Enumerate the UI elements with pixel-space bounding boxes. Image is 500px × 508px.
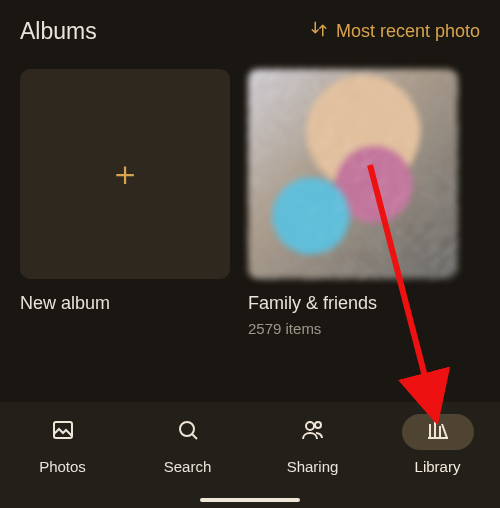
albums-grid: ＋ New album Family & friends 2579 items (0, 53, 500, 337)
nav-sharing[interactable]: Sharing (253, 414, 373, 475)
nav-label: Library (415, 458, 461, 475)
bottom-nav: Photos Search Sharing (0, 402, 500, 508)
card-title: New album (20, 293, 230, 314)
search-icon (176, 418, 200, 446)
nav-label: Search (164, 458, 212, 475)
nav-library[interactable]: Library (378, 414, 498, 475)
card-title: Family & friends (248, 293, 458, 314)
sort-button[interactable]: Most recent photo (310, 20, 480, 43)
sort-label: Most recent photo (336, 21, 480, 42)
svg-point-2 (306, 422, 314, 430)
album-card[interactable]: Family & friends 2579 items (248, 69, 458, 337)
nav-label: Sharing (287, 458, 339, 475)
people-icon (301, 418, 325, 446)
library-icon (426, 418, 450, 446)
home-indicator (200, 498, 300, 502)
page-title: Albums (20, 18, 97, 45)
nav-label: Photos (39, 458, 86, 475)
svg-point-3 (315, 422, 321, 428)
image-icon (51, 418, 75, 446)
new-album-card[interactable]: ＋ New album (20, 69, 230, 337)
card-subtitle: 2579 items (248, 320, 458, 337)
nav-search[interactable]: Search (128, 414, 248, 475)
svg-point-1 (180, 422, 194, 436)
new-album-thumb[interactable]: ＋ (20, 69, 230, 279)
album-thumb[interactable] (248, 69, 458, 279)
plus-icon: ＋ (108, 151, 142, 197)
swap-vert-icon (310, 20, 328, 43)
nav-photos[interactable]: Photos (3, 414, 123, 475)
